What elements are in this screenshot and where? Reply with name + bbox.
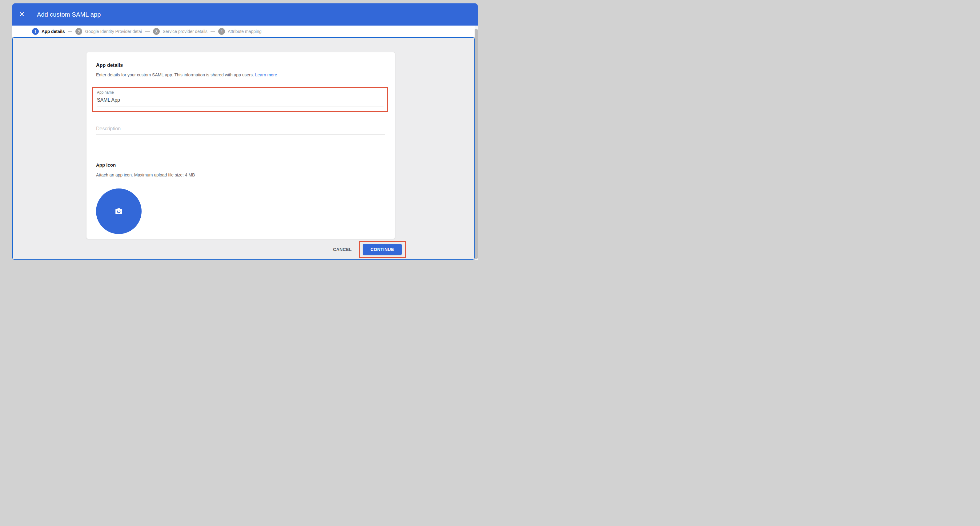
step-connector (210, 31, 215, 32)
scrollbar-thumb[interactable] (475, 29, 478, 259)
learn-more-link[interactable]: Learn more (255, 72, 277, 77)
dialog-title: Add custom SAML app (37, 11, 101, 18)
app-name-highlight-box: App name SAML App (92, 87, 388, 112)
add-custom-saml-app-dialog: ✕ Add custom SAML app 1 App details 2 Go… (12, 3, 478, 260)
step-service-provider-details[interactable]: 3 Service provider details (153, 28, 207, 35)
step-google-idp-details[interactable]: 2 Google Identity Provider details (75, 28, 142, 35)
app-icon-section-subtitle: Attach an app icon. Maximum upload file … (96, 172, 385, 177)
description-input[interactable]: Description (96, 126, 385, 135)
step-connector (68, 31, 72, 32)
step-1-label: App details (41, 29, 65, 34)
dialog-footer: CANCEL CONTINUE (333, 241, 406, 258)
app-name-input[interactable]: SAML App (97, 97, 383, 107)
app-icon-section-title: App icon (96, 162, 385, 167)
app-name-field-label: App name (97, 90, 383, 94)
continue-highlight-box: CONTINUE (359, 241, 406, 258)
app-details-card: App details Enter details for your custo… (86, 52, 395, 239)
step-attribute-mapping[interactable]: 4 Attribute mapping (218, 28, 262, 35)
step-1-circle: 1 (32, 28, 39, 35)
step-3-label: Service provider details (162, 29, 207, 34)
card-description-text: Enter details for your custom SAML app. … (96, 72, 254, 77)
camera-icon (115, 207, 123, 215)
close-icon[interactable]: ✕ (16, 8, 28, 21)
step-4-circle: 4 (218, 28, 225, 35)
dialog-titlebar: ✕ Add custom SAML app (12, 3, 478, 26)
step-connector (145, 31, 150, 32)
step-3-circle: 3 (153, 28, 160, 35)
step-2-circle: 2 (75, 28, 82, 35)
continue-button[interactable]: CONTINUE (363, 244, 402, 255)
step-4-label: Attribute mapping (228, 29, 262, 34)
step-2-label: Google Identity Provider details (85, 29, 142, 34)
card-title: App details (96, 62, 385, 68)
dialog-content-area: App details Enter details for your custo… (12, 37, 475, 260)
wizard-stepper: 1 App details 2 Google Identity Provider… (12, 26, 478, 37)
cancel-button[interactable]: CANCEL (333, 247, 352, 252)
card-description: Enter details for your custom SAML app. … (96, 72, 385, 77)
step-app-details[interactable]: 1 App details (32, 28, 65, 35)
app-icon-upload-button[interactable] (96, 188, 142, 234)
scrollbar-track[interactable] (475, 26, 478, 260)
